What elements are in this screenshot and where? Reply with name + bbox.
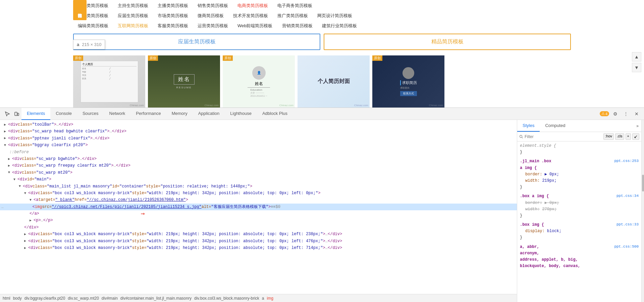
hov-badge[interactable]: :hov <box>603 133 614 140</box>
expand-arrow[interactable]: ▶ <box>8 156 12 162</box>
html-line-selected[interactable]: … <img src="//spic3.chinaz.net/Files/pic… <box>0 204 517 210</box>
html-line[interactable]: ▼ <div class="sc_warp mt20"> <box>0 169 517 176</box>
nav-link[interactable]: 微商简历模板 <box>193 11 228 20</box>
styles-content[interactable]: element.style { } .jl_main .box ppt.css:… <box>517 141 641 302</box>
tab-sources[interactable]: Sources <box>77 108 104 120</box>
toggle-badge[interactable]: ↙ <box>632 133 639 140</box>
expand-arrow[interactable]: ▼ <box>8 170 12 175</box>
expand-arrow[interactable]: ▼ <box>30 197 34 203</box>
nav-link[interactable]: 主播类简历模板 <box>153 1 193 10</box>
tab-premium[interactable]: 精品简历模板 <box>324 34 571 50</box>
tab-performance[interactable]: Performance <box>130 108 166 120</box>
expand-arrow[interactable]: ▶ <box>4 122 8 128</box>
close-devtools-btn[interactable]: ✕ <box>632 109 641 119</box>
expand-arrow[interactable]: ▶ <box>30 218 34 223</box>
styles-panel: Styles Computed » :hov .cls + ↙ <box>517 120 641 302</box>
tab-lighthouse[interactable]: Lighthouse <box>225 108 257 120</box>
expand-arrow[interactable]: ▶ <box>24 245 28 251</box>
bc-body[interactable]: body <box>13 296 22 301</box>
resume-card-5[interactable]: 原创 求职简历 求职意向 联系方式 Chinaz.com <box>372 55 444 107</box>
html-line[interactable]: ▶ <div class="pptnav jianli clearfix">…<… <box>0 135 517 142</box>
html-line[interactable]: ▶ <div class="box col3 ws_block masonry-… <box>0 245 517 251</box>
expand-arrow[interactable]: ▼ <box>19 183 23 189</box>
bc-html[interactable]: html <box>3 296 10 301</box>
warning-badge[interactable]: ⚠ 4 <box>600 111 609 116</box>
tooltip-dimensions: 215 × 310 <box>82 42 101 47</box>
html-line[interactable]: </a> ↗ <box>0 210 517 217</box>
nav-link[interactable]: 客服类简历模板 <box>153 21 193 30</box>
html-line[interactable]: ::before <box>0 149 517 156</box>
inspect-element-btn[interactable] <box>3 109 12 119</box>
more-options-btn[interactable]: ⋮ <box>621 109 631 119</box>
bc-div-bggray[interactable]: div.bggray.clearfix.pt20 <box>24 296 65 301</box>
nav-link[interactable]: 应届生简历模板 <box>113 11 153 20</box>
resume-card-1[interactable]: 原创 个人简历 姓名╱ 年龄╱ 学历╱ 联系╱ Chinaz.com <box>73 55 145 107</box>
expand-arrow[interactable]: ▼ <box>4 142 8 148</box>
resume-card-4[interactable]: 个人简历封面 Chinaz.com <box>298 55 370 107</box>
nav-link[interactable]: 运营类简历模板 <box>193 21 233 30</box>
html-line[interactable]: ▼ <div class="main_list jl_main masonry"… <box>0 183 517 190</box>
html-tree[interactable]: ▶ <div class="toolBar">…</div> ▶ <div cl… <box>0 120 517 294</box>
nav-link[interactable]: 市场类简历模板 <box>153 11 193 20</box>
bc-img[interactable]: img <box>267 296 273 301</box>
tab-console[interactable]: Console <box>50 108 77 120</box>
nav-link[interactable]: 推广类简历模板 <box>273 11 313 20</box>
html-line[interactable]: </div> <box>0 224 517 231</box>
computed-tab[interactable]: Computed <box>540 120 571 132</box>
html-line[interactable]: ▶ <div class="toolBar">…</div> <box>0 121 517 128</box>
nav-link[interactable]: 营销类简历模板 <box>277 21 317 30</box>
bc-div-container[interactable]: div#container.main_list.jl_main.masonry <box>120 296 192 301</box>
tab-elements[interactable]: Elements <box>21 108 50 120</box>
nav-link[interactable]: 主持生简历模板 <box>113 1 153 10</box>
styles-scrollbar[interactable] <box>641 120 644 302</box>
tab-adblock[interactable]: Adblock Plus <box>257 108 293 120</box>
html-line[interactable]: ▼ <a target="_blank" href="//sc.chinaz.c… <box>0 197 517 203</box>
html-line[interactable]: ▶ <p>…</p> <box>0 217 517 224</box>
bc-div-box[interactable]: div.box.col3.ws_block.masonry-brick <box>194 296 259 301</box>
html-line[interactable]: ▼ <div class="box col3 ws_block masonry-… <box>0 190 517 197</box>
nav-link[interactable]: 电商类简历模板 <box>233 1 273 10</box>
nav-link[interactable]: 编辑类简历模板 <box>73 21 113 30</box>
html-line[interactable]: ▶ <div class="box col3 ws_block masonry-… <box>0 238 517 245</box>
nav-link[interactable]: 销售类简历模板 <box>193 1 233 10</box>
expand-arrow[interactable]: ▶ <box>24 238 28 244</box>
nav-link[interactable]: 网页设计简历模板 <box>313 11 357 20</box>
styles-more-btn[interactable]: » <box>634 120 641 132</box>
resume-card-3[interactable]: 原创 👤 姓名 Education 大学 ───── 2013-2014/11 … <box>223 55 295 107</box>
add-badge[interactable]: + <box>626 133 631 140</box>
nav-link[interactable]: 电子商务简历模板 <box>273 1 317 10</box>
html-line[interactable]: ▶ <div class="sc_warp freepay clearfix m… <box>0 162 517 169</box>
device-toggle-btn[interactable] <box>12 109 21 119</box>
expand-arrow[interactable]: ▶ <box>4 135 8 141</box>
settings-btn[interactable]: ⚙ <box>610 109 620 119</box>
expand-arrow[interactable]: ▶ <box>4 129 8 134</box>
tab-fresher[interactable]: 应届生简历模板 <box>73 34 320 50</box>
devtools-panel: Elements Console Sources Network Perform… <box>0 107 644 302</box>
styles-tab[interactable]: Styles <box>517 120 540 132</box>
styles-filter-input[interactable] <box>525 134 602 139</box>
expand-arrow[interactable]: ▼ <box>24 190 28 196</box>
html-line[interactable]: ▼ <div id="main"> <box>0 176 517 183</box>
bc-div-sc_warp[interactable]: div.sc_warp.mt20 <box>68 296 99 301</box>
expand-arrow[interactable]: ▼ <box>13 177 17 182</box>
bc-div-main[interactable]: div#main <box>102 296 118 301</box>
tab-memory[interactable]: Memory <box>166 108 193 120</box>
expand-arrow[interactable]: ▶ <box>24 231 28 237</box>
watermark-1: Chinaz.com <box>130 104 144 107</box>
html-line[interactable]: ▶ <div class="sc_warp head bgwhite clear… <box>0 128 517 135</box>
html-line[interactable]: ▼ <div class="bggray clearfix pt20"> <box>0 142 517 148</box>
html-line[interactable]: ▶ <div class="box col3 ws_block masonry-… <box>0 231 517 238</box>
html-line[interactable]: ▶ <div class="sc_warp bgwhite">…</div> <box>0 156 517 162</box>
cls-badge[interactable]: .cls <box>615 133 624 140</box>
nav-link[interactable]: 互联网简历模板 <box>113 21 153 30</box>
nav-link[interactable]: 建筑行业简历模板 <box>317 21 362 30</box>
tab-network[interactable]: Network <box>104 108 131 120</box>
scroll-down-btn[interactable]: ▼ <box>632 63 641 72</box>
nav-link[interactable]: 技术开发简历模板 <box>228 11 273 20</box>
nav-link[interactable]: Web前端简历模板 <box>233 21 277 30</box>
tab-application[interactable]: Application <box>193 108 225 120</box>
scroll-up-btn[interactable]: ▲ <box>632 52 641 61</box>
resume-card-2[interactable]: 原创 姓名 RESUME Chinaz.com <box>148 55 220 107</box>
bc-a[interactable]: a <box>262 296 264 301</box>
expand-arrow[interactable]: ▶ <box>8 163 12 169</box>
